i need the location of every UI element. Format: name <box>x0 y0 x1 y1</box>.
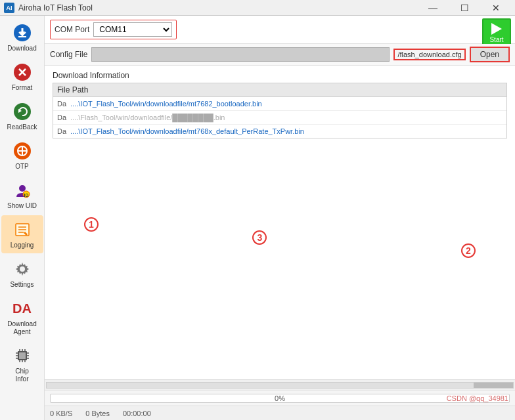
file-prefix-1: Da <box>57 114 66 121</box>
app-icon: AI <box>4 3 14 13</box>
main-container: Download Format ReadBack <box>0 16 515 420</box>
file-prefix-2: Da <box>57 127 66 135</box>
config-label: Config File <box>50 50 87 59</box>
chip-icon <box>12 345 33 366</box>
sidebar-item-download[interactable]: Download <box>1 18 43 56</box>
readback-icon <box>12 101 33 122</box>
config-row: Config File /flash_download.cfg Open <box>45 44 515 66</box>
format-icon <box>12 62 33 83</box>
top-section: COM Port COM11 COM1 COM2 COM3 Start Conf… <box>45 16 515 66</box>
svg-point-8 <box>14 103 31 120</box>
minimize-button[interactable]: — <box>418 0 448 16</box>
start-label: Start <box>489 36 503 43</box>
download-icon <box>12 22 33 43</box>
svg-rect-4 <box>21 28 23 34</box>
annotation-2: 2 <box>461 243 476 258</box>
sidebar-label-settings: Settings <box>10 281 34 289</box>
sidebar-item-chip-infor[interactable]: ChipInfor <box>1 341 43 387</box>
table-row: Da ....\IOT_Flash_Tool/win/downloadfile/… <box>53 97 506 111</box>
top-bar: COM Port COM11 COM1 COM2 COM3 Start <box>45 16 515 44</box>
sidebar-item-format[interactable]: Format <box>1 58 43 96</box>
start-button[interactable]: Start <box>482 18 511 47</box>
sidebar-label-showuid: Show UID <box>7 202 37 210</box>
otp-icon <box>12 140 33 161</box>
download-info-title: Download Information <box>53 71 507 80</box>
file-path-1: ....\Flash_Tool/win/downloadfile/███████… <box>70 114 225 121</box>
status-bytes: 0 Bytes <box>85 410 110 417</box>
file-path-2: ....\IOT_Flash_Tool/win/downloadfile/mt7… <box>70 127 304 135</box>
open-button[interactable]: Open <box>471 48 508 61</box>
com-port-select[interactable]: COM11 COM1 COM2 COM3 <box>93 22 172 37</box>
scroll-track[interactable] <box>46 382 514 388</box>
svg-point-22 <box>20 266 25 272</box>
window-controls: — ☐ ✕ <box>418 0 511 16</box>
sidebar-item-da-download[interactable]: DA DownloadAgent <box>1 294 43 340</box>
annotation-1: 1 <box>84 217 99 232</box>
com-port-label: COM Port <box>55 25 89 34</box>
svg-text:ID: ID <box>24 193 28 198</box>
file-list: Da ....\IOT_Flash_Tool/win/downloadfile/… <box>53 96 507 138</box>
content-wrapper: COM Port COM11 COM1 COM2 COM3 Start Conf… <box>45 16 515 420</box>
status-time: 00:00:00 <box>123 410 151 417</box>
table-row: Da ....\IOT_Flash_Tool/win/downloadfile/… <box>53 125 506 138</box>
app-title: Airoha IoT Flash Tool <box>18 3 418 12</box>
sidebar-label-da: DownloadAgent <box>7 320 36 336</box>
close-button[interactable]: ✕ <box>481 0 511 16</box>
svg-point-14 <box>19 185 26 192</box>
settings-icon <box>12 259 33 280</box>
sidebar-item-showuid[interactable]: ID Show UID <box>1 176 43 214</box>
status-bar: 0 KB/S 0 Bytes 00:00:00 <box>45 406 515 420</box>
progress-label: 0% <box>275 394 285 402</box>
logging-icon <box>12 219 33 240</box>
sidebar-item-otp[interactable]: OTP <box>1 136 43 175</box>
file-prefix-0: Da <box>57 100 66 108</box>
da-icon: DA <box>12 298 33 319</box>
showuid-icon: ID <box>12 180 33 201</box>
config-file-box: /flash_download.cfg <box>393 49 465 60</box>
config-file-name: /flash_download.cfg <box>397 51 461 58</box>
sidebar-label-download: Download <box>7 45 36 52</box>
annotation-3: 3 <box>252 230 267 245</box>
sidebar-item-readback[interactable]: ReadBack <box>1 97 43 135</box>
titlebar: AI Airoha IoT Flash Tool — ☐ ✕ <box>0 0 515 16</box>
sidebar-item-settings[interactable]: Settings <box>1 255 43 293</box>
download-info: Download Information File Path Da ....\I… <box>45 66 515 379</box>
open-button-box: Open <box>470 47 510 62</box>
progress-area: 0% CSDN @qq_34981 <box>45 390 515 406</box>
sidebar-label-logging: Logging <box>11 242 34 249</box>
config-path-blurred <box>91 47 390 62</box>
svg-rect-24 <box>19 352 26 359</box>
sidebar-label-otp: OTP <box>15 163 29 171</box>
table-row: Da ....\Flash_Tool/win/downloadfile/████… <box>53 111 506 125</box>
horizontal-scrollbar[interactable] <box>45 379 515 390</box>
sidebar-item-logging[interactable]: Logging <box>1 215 43 253</box>
scroll-thumb[interactable] <box>474 383 513 388</box>
sidebar-label-format: Format <box>12 84 33 92</box>
play-icon <box>491 23 502 35</box>
sidebar-label-readback: ReadBack <box>7 123 37 131</box>
com-port-group: COM Port COM11 COM1 COM2 COM3 <box>50 20 177 39</box>
file-path-0: ....\IOT_Flash_Tool/win/downloadfile/mt7… <box>70 100 262 108</box>
file-list-header: File Path <box>53 83 507 96</box>
watermark: CSDN @qq_34981 <box>447 394 508 402</box>
maximize-button[interactable]: ☐ <box>449 0 480 16</box>
sidebar: Download Format ReadBack <box>0 16 45 420</box>
status-speed: 0 KB/S <box>50 410 72 417</box>
sidebar-label-chip: ChipInfor <box>15 368 29 383</box>
